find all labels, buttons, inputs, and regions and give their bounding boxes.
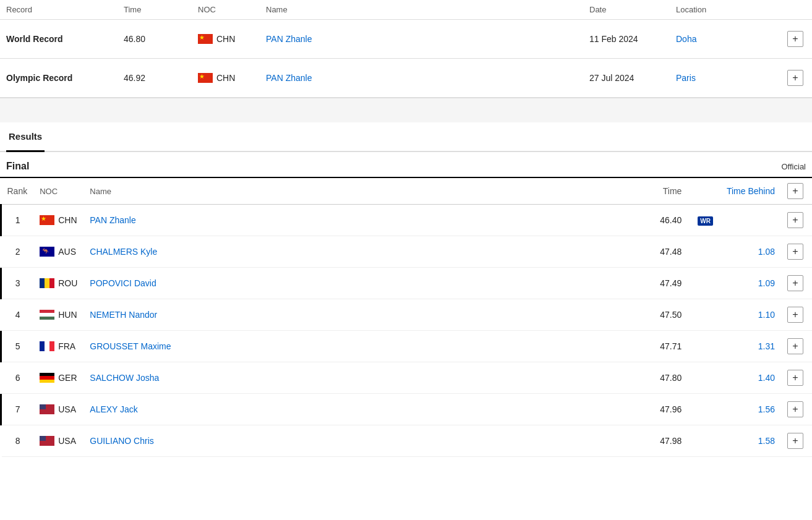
record-location[interactable]: Doha xyxy=(670,20,781,59)
result-name[interactable]: GROUSSET Maxime xyxy=(83,331,638,362)
athlete-link[interactable]: POPOVICI David xyxy=(90,278,156,288)
record-add-button[interactable]: + xyxy=(787,31,803,47)
time-behind-value: 1.10 xyxy=(758,310,775,320)
result-action[interactable]: + xyxy=(781,268,812,299)
athlete-link[interactable]: PAN Zhanle xyxy=(266,73,312,83)
result-add-button[interactable]: + xyxy=(787,370,803,386)
result-noc: USA xyxy=(33,425,83,457)
result-wr xyxy=(688,331,719,362)
athlete-link[interactable]: CHALMERS Kyle xyxy=(90,247,157,257)
record-type: World Record xyxy=(0,20,118,59)
final-header: Final Official xyxy=(0,152,812,178)
result-add-button[interactable]: + xyxy=(787,401,803,417)
result-name[interactable]: POPOVICI David xyxy=(83,268,638,299)
results-col-name: Name xyxy=(83,178,638,205)
result-row: 2 AUS CHALMERS Kyle 47.48 1.08 + xyxy=(1,236,813,268)
result-row: 8 USA GUILIANO Chris 47.98 1.58 + xyxy=(1,425,813,457)
record-date: 27 Jul 2024 xyxy=(583,59,670,98)
flag-icon xyxy=(198,73,213,83)
noc-label: CHN xyxy=(216,73,235,83)
result-row: 7 USA ALEXY Jack 47.96 1.56 + xyxy=(1,394,813,425)
result-add-button[interactable]: + xyxy=(787,307,803,323)
result-action[interactable]: + xyxy=(781,236,812,268)
result-name[interactable]: NEMETH Nandor xyxy=(83,299,638,331)
record-action[interactable]: + xyxy=(781,20,812,59)
flag-icon xyxy=(40,310,54,320)
result-action[interactable]: + xyxy=(781,299,812,331)
record-location[interactable]: Paris xyxy=(670,59,781,98)
result-wr xyxy=(688,425,719,457)
result-row: 3 ROU POPOVICI David 47.49 1.09 + xyxy=(1,268,813,299)
result-time-behind: 1.58 xyxy=(719,425,781,457)
result-time-behind xyxy=(719,205,781,236)
result-name[interactable]: PAN Zhanle xyxy=(83,205,638,236)
result-time-behind: 1.31 xyxy=(719,331,781,362)
result-wr xyxy=(688,268,719,299)
location-link[interactable]: Paris xyxy=(676,73,696,83)
result-add-button[interactable]: + xyxy=(787,338,803,354)
result-action[interactable]: + xyxy=(781,394,812,425)
time-behind-value: 1.40 xyxy=(758,373,775,383)
noc-label: FRA xyxy=(58,341,75,351)
athlete-link[interactable]: ALEXY Jack xyxy=(90,404,138,414)
results-table: Rank NOC Name Time Time Behind + 1 CHN P… xyxy=(0,178,812,457)
result-action[interactable]: + xyxy=(781,425,812,457)
noc-label: HUN xyxy=(58,310,77,320)
result-row: 6 GER SALCHOW Josha 47.80 1.40 + xyxy=(1,362,813,394)
result-noc: USA xyxy=(33,394,83,425)
record-athlete[interactable]: PAN Zhanle xyxy=(260,59,583,98)
results-add-button[interactable]: + xyxy=(787,183,803,199)
result-noc: HUN xyxy=(33,299,83,331)
result-wr xyxy=(688,394,719,425)
record-athlete[interactable]: PAN Zhanle xyxy=(260,20,583,59)
record-type: Olympic Record xyxy=(0,59,118,98)
athlete-link[interactable]: GUILIANO Chris xyxy=(90,436,153,446)
result-time: 47.50 xyxy=(638,299,688,331)
result-time-behind: 1.09 xyxy=(719,268,781,299)
result-time-behind: 1.56 xyxy=(719,394,781,425)
results-tab[interactable]: Results xyxy=(6,122,45,152)
record-time: 46.92 xyxy=(118,59,192,98)
noc-label: ROU xyxy=(58,278,77,288)
flag-icon xyxy=(40,215,54,225)
result-name[interactable]: ALEXY Jack xyxy=(83,394,638,425)
result-rank: 8 xyxy=(1,425,34,457)
result-rank: 5 xyxy=(1,331,34,362)
result-add-button[interactable]: + xyxy=(787,433,803,449)
flag-icon xyxy=(40,278,54,288)
record-action[interactable]: + xyxy=(781,59,812,98)
result-add-button[interactable]: + xyxy=(787,244,803,260)
results-col-action: + xyxy=(781,178,812,205)
result-action[interactable]: + xyxy=(781,362,812,394)
record-noc: CHN xyxy=(192,20,260,59)
location-link[interactable]: Doha xyxy=(676,34,696,44)
athlete-link[interactable]: SALCHOW Josha xyxy=(90,373,159,383)
result-noc: AUS xyxy=(33,236,83,268)
final-title: Final xyxy=(6,161,29,172)
flag-icon xyxy=(40,404,54,414)
section-gap xyxy=(0,98,812,122)
result-time: 47.71 xyxy=(638,331,688,362)
athlete-link[interactable]: GROUSSET Maxime xyxy=(90,341,171,351)
athlete-link[interactable]: NEMETH Nandor xyxy=(90,310,157,320)
result-action[interactable]: + xyxy=(781,205,812,236)
flag-icon xyxy=(40,373,54,383)
result-action[interactable]: + xyxy=(781,331,812,362)
athlete-link[interactable]: PAN Zhanle xyxy=(266,34,312,44)
result-time-behind: 1.40 xyxy=(719,362,781,394)
results-section: Results Final Official Rank NOC Name Tim… xyxy=(0,122,812,457)
athlete-link[interactable]: PAN Zhanle xyxy=(90,215,135,225)
result-add-button[interactable]: + xyxy=(787,212,803,228)
result-name[interactable]: GUILIANO Chris xyxy=(83,425,638,457)
record-add-button[interactable]: + xyxy=(787,70,803,86)
result-noc: CHN xyxy=(33,205,83,236)
result-name[interactable]: SALCHOW Josha xyxy=(83,362,638,394)
result-rank: 4 xyxy=(1,299,34,331)
record-noc: CHN xyxy=(192,59,260,98)
noc-label: CHN xyxy=(216,34,235,44)
time-behind-value: 1.08 xyxy=(758,247,775,257)
results-col-time: Time xyxy=(638,178,688,205)
result-rank: 1 xyxy=(1,205,34,236)
result-add-button[interactable]: + xyxy=(787,275,803,291)
result-name[interactable]: CHALMERS Kyle xyxy=(83,236,638,268)
